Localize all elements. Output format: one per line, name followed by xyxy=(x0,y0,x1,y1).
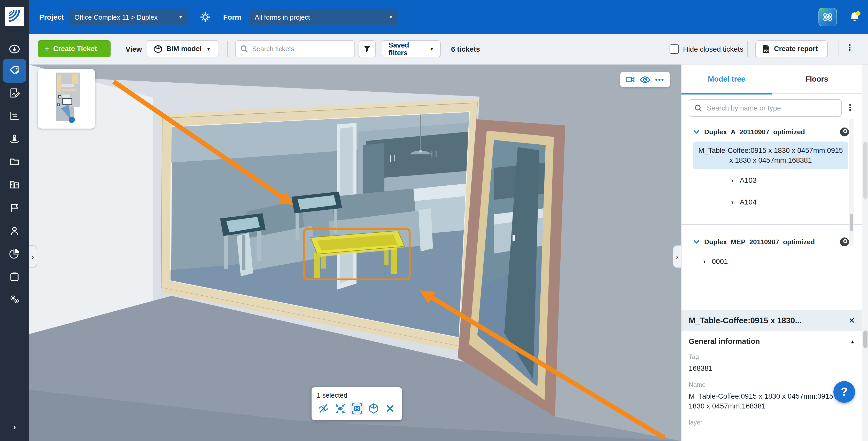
project-settings-gear-icon[interactable] xyxy=(198,10,212,24)
tree-item-selected-coffee-table[interactable]: M_Table-Coffee:0915 x 1830 x 0457mm:0915… xyxy=(693,141,848,169)
top-bar: Project Office Complex 11 > Duplex ▼ For… xyxy=(0,0,868,34)
visibility-icon[interactable] xyxy=(840,127,849,136)
isolate-cube-icon[interactable] xyxy=(367,402,380,415)
tree-root-duplex-mep[interactable]: Duplex_MEP_20110907_optimized xyxy=(681,234,862,249)
visibility-eye-icon[interactable] xyxy=(638,73,652,86)
deselect-close-icon[interactable] xyxy=(383,402,397,415)
hide-closed-tickets-control[interactable]: Hide closed tickets xyxy=(670,44,743,54)
tree-search-row: ⋮ xyxy=(689,99,855,117)
collapse-triangle-icon[interactable]: ▲ xyxy=(850,339,855,344)
chevron-down-icon: ▼ xyxy=(389,14,393,20)
chevron-down-icon xyxy=(693,238,700,245)
form-selector[interactable]: All forms in project ▼ xyxy=(250,9,398,25)
notifications-bell-icon[interactable] xyxy=(846,9,863,25)
sidebar-item-settings[interactable] xyxy=(8,293,21,307)
sidebar-item-statistics[interactable] xyxy=(9,110,20,121)
svg-text:PDF: PDF xyxy=(764,49,769,52)
tree-search-box[interactable] xyxy=(689,99,842,117)
tree-scrollbar[interactable] xyxy=(849,119,854,246)
hide-selection-icon[interactable] xyxy=(317,402,330,415)
chevron-right-icon: › xyxy=(731,176,734,184)
chevron-down-icon: ▼ xyxy=(207,46,211,52)
visibility-icon[interactable] xyxy=(840,237,849,247)
ticket-search[interactable] xyxy=(235,40,355,57)
layer-label: layer xyxy=(689,419,855,426)
sidebar-item-checklists[interactable] xyxy=(9,271,20,282)
hide-closed-label: Hide closed tickets xyxy=(683,45,743,53)
funnel-icon xyxy=(363,45,371,53)
tree-options-menu[interactable]: ⋮ xyxy=(846,104,855,112)
walkthrough-camera-icon[interactable] xyxy=(624,73,637,86)
pdf-file-icon: PDF xyxy=(762,44,770,54)
panel-tabs: Model tree Floors xyxy=(681,65,862,94)
ticket-search-input[interactable] xyxy=(251,44,350,53)
project-selector-value: Office Complex 11 > Duplex xyxy=(74,13,158,21)
filter-button[interactable] xyxy=(359,40,376,57)
search-icon xyxy=(240,45,248,53)
help-button[interactable]: ? xyxy=(833,381,855,403)
create-ticket-button[interactable]: + Create Ticket xyxy=(38,40,111,57)
sidebar-item-dashboard[interactable] xyxy=(9,43,20,55)
close-icon[interactable]: ✕ xyxy=(848,316,855,325)
sidebar-item-reports[interactable] xyxy=(9,248,20,259)
name-label: Name xyxy=(689,381,855,388)
view-mode-dropdown[interactable]: BIM model ▼ xyxy=(147,40,219,57)
properties-header: M_Table-Coffee:0915 x 1830... ✕ xyxy=(681,310,862,331)
tag-value: 168381 xyxy=(689,364,844,373)
sidebar-item-users[interactable] xyxy=(9,225,20,237)
right-panel-collapse-handle[interactable]: › xyxy=(673,245,681,268)
left-panel-expand-handle[interactable]: › xyxy=(29,245,37,268)
model-panel: Model tree Floors ⋮ Duplex_A_20110907_op… xyxy=(681,65,862,441)
properties-title: M_Table-Coffee:0915 x 1830... xyxy=(689,316,802,325)
name-value: M_Table-Coffee:0915 x 1830 x 0457mm:0915… xyxy=(689,391,844,411)
search-icon xyxy=(694,104,702,112)
tree-item-a103[interactable]: › A103 xyxy=(681,171,862,189)
chevron-down-icon xyxy=(693,128,700,135)
camera-position-dot xyxy=(69,117,75,123)
selection-count: 1 selected xyxy=(317,391,397,399)
chevron-right-icon: › xyxy=(703,257,706,265)
dalux-logo[interactable] xyxy=(5,7,24,26)
notification-badge xyxy=(856,11,861,16)
tab-model-tree[interactable]: Model tree xyxy=(681,65,772,93)
tree-root-duplex-a[interactable]: Duplex_A_20110907_optimized xyxy=(681,124,862,139)
saved-filters-dropdown[interactable]: Saved filters ▼ xyxy=(382,40,441,57)
tree-item-0001[interactable]: › 0001 xyxy=(681,253,862,270)
hide-closed-checkbox[interactable] xyxy=(670,44,679,54)
project-selector[interactable]: Office Complex 11 > Duplex ▼ xyxy=(69,9,188,25)
project-label: Project xyxy=(39,0,64,34)
tree-search-input[interactable] xyxy=(706,103,836,112)
properties-panel: M_Table-Coffee:0915 x 1830... ✕ General … xyxy=(681,310,862,432)
chevron-right-icon: › xyxy=(676,253,678,260)
chevron-down-icon: ▼ xyxy=(178,14,183,20)
viewport-more-icon[interactable]: ••• xyxy=(653,73,666,86)
form-label: Form xyxy=(223,0,241,34)
view-label: View xyxy=(126,45,142,53)
minimap-card[interactable] xyxy=(38,69,95,129)
sidebar-item-site-walk[interactable] xyxy=(9,133,20,145)
sidebar-item-files[interactable] xyxy=(9,156,20,167)
tag-label: Tag xyxy=(689,353,855,360)
selection-toolbar: 1 selected xyxy=(312,387,402,420)
bim-3d-viewport[interactable]: ••• › › 1 selected xyxy=(29,65,681,441)
app-root: Project Office Complex 11 > Duplex ▼ For… xyxy=(0,0,868,441)
sidebar-item-tickets-active[interactable] xyxy=(3,59,26,83)
cube-icon xyxy=(153,44,163,54)
toolbar-more-menu[interactable]: ⋮ xyxy=(845,44,854,52)
dalux-apps-icon[interactable] xyxy=(818,8,837,26)
tab-floors[interactable]: Floors xyxy=(772,65,862,93)
zoom-to-selection-icon[interactable] xyxy=(334,402,347,415)
capture-view-icon[interactable] xyxy=(350,402,364,415)
plus-icon: + xyxy=(44,44,50,54)
chevron-right-icon: › xyxy=(32,253,34,260)
sidebar-item-forms[interactable] xyxy=(9,87,20,99)
left-sidebar: › xyxy=(0,0,29,441)
ticket-count: 6 tickets xyxy=(451,45,480,53)
window-scrollbar[interactable] xyxy=(862,65,868,441)
sidebar-expand-chevron-icon[interactable]: › xyxy=(9,421,20,433)
sidebar-item-milestones[interactable] xyxy=(9,202,20,213)
form-selector-value: All forms in project xyxy=(255,13,310,21)
create-report-button[interactable]: PDF Create report xyxy=(755,40,828,57)
tree-item-a104[interactable]: › A104 xyxy=(681,193,862,211)
sidebar-item-buildings[interactable] xyxy=(9,179,20,190)
